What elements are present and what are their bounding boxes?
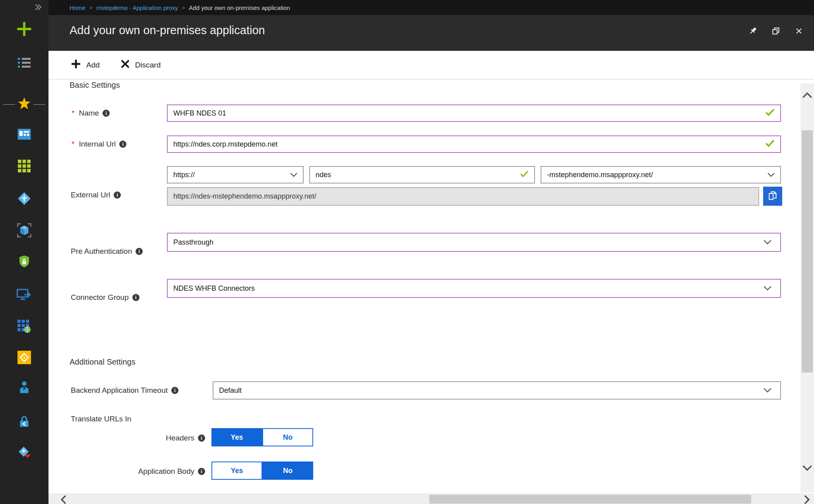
sidebar-item-b2c-directory[interactable] [0, 346, 48, 371]
horizontal-scrollbar-thumb[interactable] [429, 495, 751, 504]
pin-button[interactable] [748, 27, 758, 37]
scroll-left-icon[interactable] [60, 495, 67, 504]
breadcrumb-home[interactable]: Home [70, 4, 85, 11]
application-body-no-button[interactable]: No [262, 462, 313, 480]
internal-url-field-label: * Internal Url [72, 140, 126, 149]
sidebar-collapse-button[interactable] [0, 0, 48, 16]
application-body-field-label: Application Body [119, 467, 205, 476]
pin-icon [748, 27, 757, 37]
info-icon[interactable] [198, 468, 205, 475]
scroll-down-icon[interactable] [802, 465, 812, 471]
breadcrumb-application-proxy[interactable]: mstepdemo - Application proxy [97, 4, 178, 11]
domain-value: -mstephendemo.msappproxy.net/ [547, 171, 653, 179]
plus-icon [16, 21, 33, 39]
chevron-double-right-icon [33, 4, 43, 12]
valid-check-icon [520, 170, 529, 180]
sidebar-item-create-resource[interactable] [0, 17, 48, 42]
maximize-button[interactable] [771, 27, 781, 37]
close-icon [795, 27, 803, 37]
name-input[interactable]: WHFB NDES 01 [167, 104, 781, 122]
external-url-field-label: External Url [71, 191, 121, 199]
sidebar-item-all-services[interactable] [0, 51, 48, 76]
chevron-down-icon [767, 171, 775, 179]
monitor-arrow-icon [17, 288, 32, 303]
vertical-scrollbar[interactable] [800, 83, 814, 492]
scroll-up-icon[interactable] [802, 92, 812, 98]
internal-url-input[interactable]: https://ndes.corp.mstepdemo.net [167, 135, 781, 153]
required-asterisk: * [72, 109, 74, 118]
connector-group-dropdown[interactable]: NDES WHFB Connectors [167, 279, 781, 298]
headers-no-button[interactable]: No [262, 428, 313, 446]
pre-authentication-field-label: Pre Authentication [71, 247, 143, 256]
info-icon[interactable] [132, 294, 140, 301]
sidebar-item-conditional-access[interactable] [0, 410, 48, 435]
restore-icon [771, 27, 780, 37]
close-button[interactable] [794, 27, 804, 37]
add-button-label: Add [86, 61, 100, 70]
backend-timeout-dropdown[interactable]: Default [213, 381, 781, 400]
sidebar-item-virtual-machines[interactable] [0, 218, 48, 244]
host-value: ndes [316, 171, 331, 179]
headers-toggle: Yes No [211, 428, 313, 446]
list-icon [18, 57, 31, 70]
sidebar-item-azure-active-directory[interactable] [0, 187, 48, 212]
pre-authentication-dropdown[interactable]: Passthrough [167, 233, 781, 252]
x-icon [120, 59, 130, 71]
azure-ad-icon [17, 191, 31, 207]
resolved-url-value: https://ndes-mstephendemo.msappproxy.net… [173, 192, 316, 201]
orange-diamond-icon [17, 351, 31, 366]
application-body-yes-button[interactable]: Yes [211, 462, 262, 480]
info-icon[interactable] [103, 110, 110, 117]
connector-group-value: NDES WHFB Connectors [173, 284, 255, 293]
external-url-scheme-dropdown[interactable]: https:// [167, 166, 304, 183]
backend-timeout-value: Default [219, 386, 242, 395]
external-url-host-input[interactable]: ndes [309, 166, 535, 183]
vertical-scrollbar-thumb[interactable] [802, 130, 813, 373]
discard-button-label: Discard [135, 61, 161, 70]
horizontal-scrollbar[interactable] [48, 494, 814, 504]
blade-title-bar: Add your own on-premises application [48, 15, 814, 51]
lock-share-icon [17, 415, 31, 431]
info-icon[interactable] [119, 141, 126, 148]
chevron-down-icon [764, 386, 771, 395]
grid-icon [18, 160, 31, 174]
info-icon[interactable] [114, 191, 121, 199]
sidebar-item-all-resources[interactable] [0, 154, 48, 180]
application-body-toggle: Yes No [211, 462, 313, 480]
sidebar-favorites-divider[interactable] [0, 91, 48, 117]
sidebar-item-security-center[interactable] [0, 249, 48, 275]
sidebar-item-app-services[interactable] [0, 315, 48, 340]
scroll-right-icon[interactable] [804, 495, 810, 504]
cube-icon [17, 223, 31, 239]
connector-group-field-label: Connector Group [71, 293, 140, 302]
left-nav-sidebar [0, 0, 48, 504]
external-url-domain-dropdown[interactable]: -mstephendemo.msappproxy.net/ [541, 166, 781, 183]
basic-settings-heading: Basic Settings [70, 81, 120, 90]
required-asterisk: * [72, 140, 74, 149]
user-icon [18, 380, 31, 396]
valid-check-icon [765, 108, 775, 118]
add-button[interactable]: Add [71, 59, 100, 71]
info-icon[interactable] [171, 387, 178, 394]
diamond-heart-icon [17, 446, 31, 462]
info-icon[interactable] [136, 248, 143, 255]
discard-button[interactable]: Discard [120, 59, 161, 71]
valid-check-icon [765, 139, 775, 149]
info-icon[interactable] [198, 434, 205, 442]
plus-icon [71, 59, 81, 71]
sidebar-item-users[interactable] [0, 375, 48, 401]
name-field-label: * Name [72, 109, 110, 118]
command-bar: Add Discard [48, 51, 814, 79]
chevron-down-icon [764, 238, 771, 247]
dashboard-icon [17, 128, 31, 142]
sidebar-item-identity-protection[interactable] [0, 441, 48, 466]
breadcrumb-separator: > [182, 5, 185, 11]
headers-yes-button[interactable]: Yes [211, 428, 262, 446]
breadcrumb-separator: > [89, 5, 93, 11]
sidebar-item-device-management[interactable] [0, 283, 48, 308]
copy-url-button[interactable] [763, 187, 782, 206]
sidebar-item-dashboard[interactable] [0, 122, 48, 148]
azure-portal: Home > mstepdemo - Application proxy > A… [0, 0, 814, 504]
pre-authentication-value: Passthrough [173, 238, 213, 247]
star-icon [18, 97, 31, 111]
